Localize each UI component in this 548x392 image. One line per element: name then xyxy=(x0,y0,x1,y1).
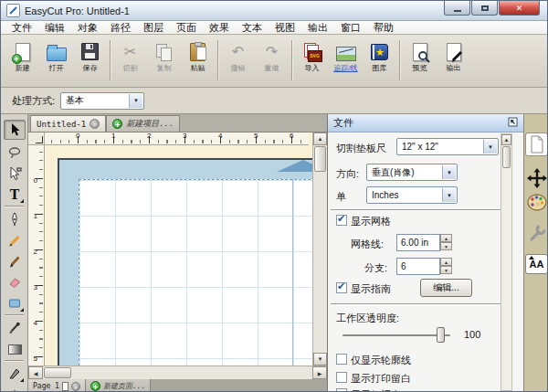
select-tool[interactable] xyxy=(4,120,26,140)
process-mode-select[interactable]: 基本 ▼ xyxy=(60,92,144,110)
cut-button[interactable]: ✂ 切割 xyxy=(113,39,147,73)
rectangle-tool[interactable] xyxy=(4,293,26,313)
gradient-tool[interactable] xyxy=(4,339,26,359)
document-icon xyxy=(529,135,545,154)
toolbar-separator xyxy=(399,40,400,80)
new-button[interactable]: + 新建 xyxy=(5,39,39,73)
pencil-tool[interactable] xyxy=(4,230,26,250)
dock-settings-panel-button[interactable] xyxy=(525,221,548,245)
output-button[interactable]: 输出 xyxy=(437,39,470,73)
undo-button[interactable]: ↶ 撤销 xyxy=(221,39,255,73)
panel-scroll-thumb[interactable] xyxy=(502,146,511,168)
brush-tool[interactable] xyxy=(4,251,26,271)
copy-button[interactable]: 复制 xyxy=(147,39,181,73)
minimize-button[interactable] xyxy=(444,1,470,16)
spin-up-icon[interactable]: ▲ xyxy=(440,234,452,242)
horizontal-scrollbar[interactable]: ◀ ▶ xyxy=(28,366,327,379)
print-margin-checkbox[interactable] xyxy=(336,372,347,383)
flyout-triangle-icon xyxy=(20,308,24,312)
plus-icon: + xyxy=(112,119,122,129)
maximize-button[interactable] xyxy=(471,1,498,16)
eyedropper-tool[interactable] xyxy=(4,318,26,338)
mat-size-select[interactable]: 12" x 12" ▼ xyxy=(396,138,499,155)
scroll-up-icon[interactable]: ▲ xyxy=(313,132,327,145)
reg-marks-checkbox[interactable] xyxy=(336,388,347,391)
page-close-icon[interactable]: ✕ xyxy=(71,382,80,391)
menu-file[interactable]: 文件 xyxy=(5,21,38,34)
library-button[interactable]: ★ 图库 xyxy=(363,39,396,73)
menu-view[interactable]: 视图 xyxy=(269,21,301,34)
unit-label: 单 xyxy=(336,190,346,204)
eraser-tool[interactable] xyxy=(4,272,26,292)
menu-edit[interactable]: 编辑 xyxy=(38,21,71,34)
panel-header: 文件 xyxy=(328,114,523,132)
scroll-left-icon[interactable]: ◀ xyxy=(28,366,43,379)
spin-down-icon[interactable]: ▼ xyxy=(440,266,452,274)
dock-move-panel-button[interactable] xyxy=(525,166,548,190)
orientation-select[interactable]: 垂直(肖像) ▼ xyxy=(366,164,458,181)
close-button[interactable]: ✕ xyxy=(499,1,540,16)
knife-tool[interactable] xyxy=(4,364,26,384)
check-icon: ✔ xyxy=(337,281,345,291)
dock-file-panel-button[interactable] xyxy=(525,132,548,156)
outline-only-checkbox[interactable] xyxy=(336,354,347,365)
menu-object[interactable]: 对象 xyxy=(71,21,104,34)
node-tool[interactable] xyxy=(4,385,26,392)
menu-text[interactable]: 文本 xyxy=(236,21,269,34)
brush-icon xyxy=(7,254,22,269)
pen-tool[interactable] xyxy=(4,209,26,229)
trace-button[interactable]: 追踪/线 xyxy=(329,39,363,73)
edit-guides-button[interactable]: 编辑... xyxy=(420,279,472,297)
text-tool[interactable]: T xyxy=(4,185,26,205)
menu-help[interactable]: 帮助 xyxy=(367,21,400,34)
menu-page[interactable]: 页面 xyxy=(170,21,203,34)
import-button[interactable]: SVG 导入 xyxy=(295,39,329,73)
dock-fonts-panel-button[interactable]: AA xyxy=(525,252,548,276)
scroll-up-icon[interactable]: ▲ xyxy=(501,134,511,145)
lasso-tool[interactable] xyxy=(4,143,26,163)
redo-button[interactable]: ↷ 重做 xyxy=(255,39,289,73)
scissors-icon: ✂ xyxy=(124,45,136,59)
menu-layer[interactable]: 图层 xyxy=(137,21,170,34)
new-page-icon: + xyxy=(16,43,30,61)
paste-button[interactable]: 粘贴 xyxy=(181,39,215,73)
vscroll-thumb[interactable] xyxy=(314,146,326,172)
save-button[interactable]: 保存 xyxy=(73,39,107,73)
maximize-icon xyxy=(481,5,489,11)
spin-up-icon[interactable]: ▲ xyxy=(440,258,452,266)
undo-icon: ↶ xyxy=(232,45,244,59)
new-project-tab[interactable]: + 新建项目... xyxy=(106,115,180,132)
menu-path[interactable]: 路径 xyxy=(104,21,137,34)
panel-scrollbar[interactable]: ▲ xyxy=(501,133,512,391)
spin-down-icon[interactable]: ▼ xyxy=(440,242,452,250)
hscroll-thumb[interactable] xyxy=(44,367,71,378)
alpha-value: 100 xyxy=(464,329,480,340)
flyout-triangle-icon xyxy=(20,378,24,382)
document-tab-active[interactable]: Untitled-1 ✕ xyxy=(30,115,106,132)
tool-palette: T xyxy=(1,114,28,391)
outline-only-label: 仅显示轮廓线 xyxy=(351,354,411,367)
menu-output[interactable]: 输出 xyxy=(301,21,334,34)
vertical-scrollbar[interactable]: ▲ ▼ xyxy=(312,132,327,366)
new-page-tab[interactable]: + 新建页面... xyxy=(86,379,151,392)
unit-select[interactable]: Inches ▼ xyxy=(366,186,458,204)
menubar: 文件 编辑 对象 路径 图层 页面 效果 文本 视图 输出 窗口 帮助 xyxy=(1,21,547,35)
menu-window[interactable]: 窗口 xyxy=(334,21,367,34)
scroll-down-icon[interactable]: ▼ xyxy=(313,353,327,366)
alpha-slider-thumb[interactable] xyxy=(437,327,445,343)
preview-button[interactable]: 预览 xyxy=(403,39,437,73)
dock-color-panel-button[interactable] xyxy=(525,190,548,214)
open-button[interactable]: 打开 xyxy=(39,39,73,73)
paste-icon xyxy=(190,43,206,61)
scroll-right-icon[interactable]: ▶ xyxy=(312,366,327,379)
show-grid-checkbox[interactable]: ✔ xyxy=(336,215,347,226)
panel-content: 切割垫板尺 12" x 12" ▼ 方向: 垂直(肖像) ▼ 单 Inches … xyxy=(328,132,523,391)
page-tab-active[interactable]: Page 1 ✕ xyxy=(28,379,86,392)
show-guides-checkbox[interactable]: ✔ xyxy=(336,282,347,293)
direct-select-tool[interactable] xyxy=(4,164,26,184)
panel-collapse-icon[interactable] xyxy=(508,117,518,129)
menu-effects[interactable]: 效果 xyxy=(203,21,236,34)
alpha-slider-track[interactable] xyxy=(342,334,450,336)
tab-close-icon[interactable]: ✕ xyxy=(90,119,100,129)
canvas-viewport[interactable]: 0 1 2 3 4 5 6 0 1 2 3 4 5 xyxy=(28,132,327,366)
